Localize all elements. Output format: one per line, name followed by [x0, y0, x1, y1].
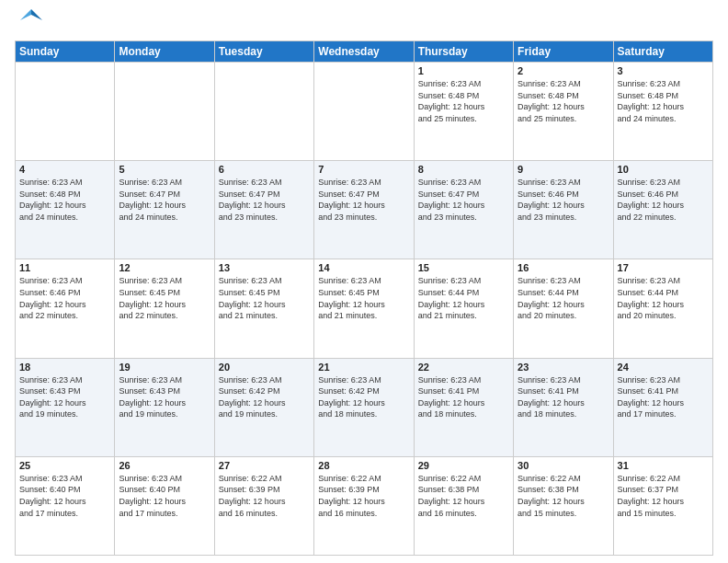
day-number: 1	[418, 65, 509, 76]
calendar-cell: 12Sunrise: 6:23 AM Sunset: 6:45 PM Dayli…	[115, 259, 214, 358]
day-number: 31	[618, 460, 709, 471]
page: SundayMondayTuesdayWednesdayThursdayFrid…	[0, 0, 728, 563]
calendar-cell: 1Sunrise: 6:23 AM Sunset: 6:48 PM Daylig…	[414, 63, 513, 161]
calendar-cell: 29Sunrise: 6:22 AM Sunset: 6:38 PM Dayli…	[414, 456, 513, 555]
calendar-cell: 21Sunrise: 6:23 AM Sunset: 6:42 PM Dayli…	[314, 358, 414, 456]
day-info: Sunrise: 6:23 AM Sunset: 6:47 PM Dayligh…	[318, 177, 409, 223]
day-info: Sunrise: 6:23 AM Sunset: 6:43 PM Dayligh…	[19, 374, 110, 420]
calendar-cell	[115, 63, 214, 161]
calendar-cell: 30Sunrise: 6:22 AM Sunset: 6:38 PM Dayli…	[514, 456, 613, 555]
calendar-cell: 5Sunrise: 6:23 AM Sunset: 6:47 PM Daylig…	[115, 161, 214, 259]
calendar-cell: 20Sunrise: 6:23 AM Sunset: 6:42 PM Dayli…	[214, 358, 313, 456]
calendar-cell	[214, 63, 313, 161]
day-number: 15	[418, 262, 509, 273]
day-info: Sunrise: 6:23 AM Sunset: 6:48 PM Dayligh…	[518, 78, 609, 124]
day-info: Sunrise: 6:23 AM Sunset: 6:43 PM Dayligh…	[119, 374, 210, 420]
calendar-cell: 3Sunrise: 6:23 AM Sunset: 6:48 PM Daylig…	[613, 63, 712, 161]
svg-marker-1	[20, 9, 31, 20]
calendar-cell	[314, 63, 414, 161]
day-info: Sunrise: 6:23 AM Sunset: 6:47 PM Dayligh…	[119, 177, 210, 223]
calendar-cell: 17Sunrise: 6:23 AM Sunset: 6:44 PM Dayli…	[613, 259, 712, 358]
day-number: 6	[219, 164, 310, 175]
day-info: Sunrise: 6:23 AM Sunset: 6:44 PM Dayligh…	[418, 275, 509, 321]
calendar-cell: 4Sunrise: 6:23 AM Sunset: 6:48 PM Daylig…	[16, 161, 115, 259]
calendar-cell: 28Sunrise: 6:22 AM Sunset: 6:39 PM Dayli…	[314, 456, 414, 555]
day-header-friday: Friday	[514, 41, 613, 63]
header	[15, 11, 713, 33]
calendar-week-row: 18Sunrise: 6:23 AM Sunset: 6:43 PM Dayli…	[16, 358, 713, 456]
day-info: Sunrise: 6:23 AM Sunset: 6:48 PM Dayligh…	[618, 78, 709, 124]
day-number: 20	[219, 362, 310, 373]
day-number: 24	[618, 362, 709, 373]
logo-area	[15, 11, 44, 33]
svg-marker-0	[31, 9, 42, 20]
calendar-cell: 11Sunrise: 6:23 AM Sunset: 6:46 PM Dayli…	[16, 259, 115, 358]
day-header-sunday: Sunday	[16, 41, 115, 63]
day-number: 30	[518, 460, 609, 471]
day-header-wednesday: Wednesday	[314, 41, 414, 63]
day-info: Sunrise: 6:22 AM Sunset: 6:38 PM Dayligh…	[518, 473, 609, 519]
day-number: 13	[219, 262, 310, 273]
day-number: 27	[219, 460, 310, 471]
day-number: 18	[19, 362, 110, 373]
day-number: 16	[518, 262, 609, 273]
calendar-week-row: 4Sunrise: 6:23 AM Sunset: 6:48 PM Daylig…	[16, 161, 713, 259]
calendar-cell: 22Sunrise: 6:23 AM Sunset: 6:41 PM Dayli…	[414, 358, 513, 456]
day-number: 12	[119, 262, 210, 273]
day-number: 28	[318, 460, 409, 471]
day-number: 10	[618, 164, 709, 175]
day-info: Sunrise: 6:22 AM Sunset: 6:39 PM Dayligh…	[219, 473, 310, 519]
day-info: Sunrise: 6:23 AM Sunset: 6:42 PM Dayligh…	[219, 374, 310, 420]
calendar-cell: 24Sunrise: 6:23 AM Sunset: 6:41 PM Dayli…	[613, 358, 712, 456]
logo-icon	[18, 7, 44, 33]
day-number: 26	[119, 460, 210, 471]
calendar-cell: 18Sunrise: 6:23 AM Sunset: 6:43 PM Dayli…	[16, 358, 115, 456]
day-header-monday: Monday	[115, 41, 214, 63]
calendar-cell: 10Sunrise: 6:23 AM Sunset: 6:46 PM Dayli…	[613, 161, 712, 259]
calendar-cell: 26Sunrise: 6:23 AM Sunset: 6:40 PM Dayli…	[115, 456, 214, 555]
day-info: Sunrise: 6:23 AM Sunset: 6:44 PM Dayligh…	[518, 275, 609, 321]
calendar-week-row: 11Sunrise: 6:23 AM Sunset: 6:46 PM Dayli…	[16, 259, 713, 358]
day-header-tuesday: Tuesday	[214, 41, 313, 63]
day-info: Sunrise: 6:23 AM Sunset: 6:45 PM Dayligh…	[119, 275, 210, 321]
day-number: 4	[19, 164, 110, 175]
day-number: 14	[318, 262, 409, 273]
calendar-cell: 2Sunrise: 6:23 AM Sunset: 6:48 PM Daylig…	[514, 63, 613, 161]
calendar-cell: 27Sunrise: 6:22 AM Sunset: 6:39 PM Dayli…	[214, 456, 313, 555]
day-number: 3	[618, 65, 709, 76]
day-info: Sunrise: 6:23 AM Sunset: 6:41 PM Dayligh…	[518, 374, 609, 420]
calendar-cell: 6Sunrise: 6:23 AM Sunset: 6:47 PM Daylig…	[214, 161, 313, 259]
day-info: Sunrise: 6:23 AM Sunset: 6:45 PM Dayligh…	[318, 275, 409, 321]
calendar-cell: 31Sunrise: 6:22 AM Sunset: 6:37 PM Dayli…	[613, 456, 712, 555]
day-info: Sunrise: 6:23 AM Sunset: 6:47 PM Dayligh…	[219, 177, 310, 223]
day-number: 8	[418, 164, 509, 175]
day-info: Sunrise: 6:23 AM Sunset: 6:47 PM Dayligh…	[418, 177, 509, 223]
calendar-cell: 25Sunrise: 6:23 AM Sunset: 6:40 PM Dayli…	[16, 456, 115, 555]
day-info: Sunrise: 6:23 AM Sunset: 6:41 PM Dayligh…	[418, 374, 509, 420]
day-number: 21	[318, 362, 409, 373]
day-number: 11	[19, 262, 110, 273]
day-number: 9	[518, 164, 609, 175]
day-info: Sunrise: 6:23 AM Sunset: 6:40 PM Dayligh…	[119, 473, 210, 519]
day-info: Sunrise: 6:23 AM Sunset: 6:48 PM Dayligh…	[418, 78, 509, 124]
calendar-cell: 14Sunrise: 6:23 AM Sunset: 6:45 PM Dayli…	[314, 259, 414, 358]
day-header-saturday: Saturday	[613, 41, 712, 63]
calendar-cell: 16Sunrise: 6:23 AM Sunset: 6:44 PM Dayli…	[514, 259, 613, 358]
day-info: Sunrise: 6:23 AM Sunset: 6:45 PM Dayligh…	[219, 275, 310, 321]
calendar-table: SundayMondayTuesdayWednesdayThursdayFrid…	[15, 40, 713, 556]
calendar-header-row: SundayMondayTuesdayWednesdayThursdayFrid…	[16, 41, 713, 63]
calendar-cell: 23Sunrise: 6:23 AM Sunset: 6:41 PM Dayli…	[514, 358, 613, 456]
calendar-cell: 7Sunrise: 6:23 AM Sunset: 6:47 PM Daylig…	[314, 161, 414, 259]
day-info: Sunrise: 6:23 AM Sunset: 6:48 PM Dayligh…	[19, 177, 110, 223]
day-number: 2	[518, 65, 609, 76]
day-info: Sunrise: 6:23 AM Sunset: 6:46 PM Dayligh…	[518, 177, 609, 223]
calendar-week-row: 25Sunrise: 6:23 AM Sunset: 6:40 PM Dayli…	[16, 456, 713, 555]
day-number: 22	[418, 362, 509, 373]
day-number: 29	[418, 460, 509, 471]
day-number: 23	[518, 362, 609, 373]
calendar-cell: 15Sunrise: 6:23 AM Sunset: 6:44 PM Dayli…	[414, 259, 513, 358]
day-info: Sunrise: 6:23 AM Sunset: 6:44 PM Dayligh…	[618, 275, 709, 321]
day-number: 25	[19, 460, 110, 471]
day-info: Sunrise: 6:23 AM Sunset: 6:46 PM Dayligh…	[19, 275, 110, 321]
calendar-cell: 8Sunrise: 6:23 AM Sunset: 6:47 PM Daylig…	[414, 161, 513, 259]
